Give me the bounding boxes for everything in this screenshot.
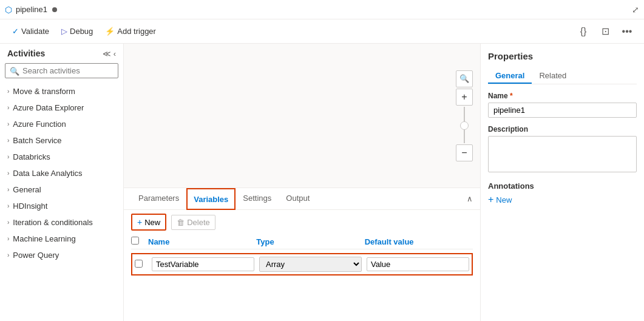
bottom-tabs: Parameters Variables Settings Output ∧	[124, 188, 480, 210]
zoom-in-icon: +	[461, 92, 467, 103]
search-icon: 🔍	[10, 66, 19, 75]
chevron-icon: ›	[7, 104, 9, 111]
canvas-zoom-in-button[interactable]: +	[456, 89, 473, 106]
new-variable-button[interactable]: + New	[131, 214, 166, 231]
tab-general[interactable]: General	[488, 69, 532, 84]
annotations-title: Annotations	[488, 181, 637, 191]
delete-icon: 🗑	[177, 218, 185, 227]
expand-icon[interactable]: ⤢	[632, 5, 639, 15]
sidebar-item-general[interactable]: › General	[0, 181, 123, 198]
col-header-default: Default value	[365, 237, 473, 246]
tab-output[interactable]: Output	[279, 188, 317, 210]
chevron-icon: ›	[7, 121, 9, 127]
chevron-icon: ›	[7, 235, 9, 242]
description-textarea[interactable]	[488, 136, 637, 172]
tab-settings[interactable]: Settings	[236, 188, 279, 210]
delete-variable-button[interactable]: 🗑 Delete	[171, 215, 215, 230]
activities-sidebar: Activities ≪ ‹ 🔍 › Move & transform › Az…	[0, 44, 124, 321]
properties-tabs: General Related	[488, 69, 637, 84]
debug-button[interactable]: ▷ Debug	[56, 24, 98, 38]
add-trigger-button[interactable]: ⚡ Add trigger	[100, 24, 161, 38]
new-annotation-button[interactable]: + New	[488, 194, 637, 205]
plus-icon: +	[137, 217, 142, 227]
sidebar-item-data-lake[interactable]: › Data Lake Analytics	[0, 165, 123, 181]
chevron-icon: ›	[7, 88, 9, 95]
zoom-out-icon: −	[461, 147, 467, 158]
title-bar: ⬡ pipeline1 ⤢	[0, 0, 644, 19]
more-icon: •••	[622, 26, 632, 37]
toolbar: ✓ Validate ▷ Debug ⚡ Add trigger {} ⊡ ••…	[0, 19, 644, 44]
sidebar-item-azure-data-explorer[interactable]: › Azure Data Explorer	[0, 100, 123, 116]
col-header-type: Type	[256, 237, 364, 246]
required-indicator: *	[510, 92, 513, 100]
pipeline-name: pipeline1	[16, 5, 47, 14]
chevron-icon: ›	[7, 203, 9, 209]
trigger-icon: ⚡	[105, 27, 115, 36]
canvas-search-button[interactable]: 🔍	[456, 70, 473, 87]
validate-button[interactable]: ✓ Validate	[7, 24, 54, 38]
sidebar-item-azure-function[interactable]: › Azure Function	[0, 116, 123, 132]
app-icon: ⬡	[5, 5, 12, 15]
code-icon: {}	[580, 26, 587, 37]
variable-default-input[interactable]	[367, 257, 469, 271]
pipeline-canvas[interactable]: 🔍 + −	[124, 44, 480, 188]
table-row: String Boolean Integer Array	[131, 253, 473, 275]
description-label: Description	[488, 125, 637, 133]
monitor-icon: ⊡	[602, 25, 609, 37]
bottom-toolbar: + New 🗑 Delete	[124, 210, 480, 234]
sidebar-item-databricks[interactable]: › Databricks	[0, 149, 123, 165]
canvas-controls: 🔍 + −	[456, 70, 473, 161]
variables-table: Name Type Default value Str	[124, 234, 480, 275]
sidebar-collapse-icon[interactable]: ≪	[103, 49, 111, 58]
sidebar-item-power-query[interactable]: › Power Query	[0, 247, 123, 263]
canvas-search-icon: 🔍	[459, 74, 469, 83]
chevron-icon: ›	[7, 219, 9, 226]
row-checkbox[interactable]	[135, 260, 143, 268]
table-header: Name Type Default value	[131, 234, 473, 249]
chevron-icon: ›	[7, 154, 9, 160]
variable-type-select[interactable]: String Boolean Integer Array	[259, 257, 362, 272]
canvas-zoom-slider[interactable]	[464, 107, 465, 143]
sidebar-item-iteration[interactable]: › Iteration & conditionals	[0, 214, 123, 231]
select-all-checkbox[interactable]	[131, 237, 139, 245]
chevron-icon: ›	[7, 137, 9, 144]
chevron-icon: ›	[7, 186, 9, 193]
code-view-button[interactable]: {}	[574, 22, 593, 41]
main-content: Activities ≪ ‹ 🔍 › Move & transform › Az…	[0, 44, 644, 321]
properties-panel: Properties General Related Name * Descri…	[480, 44, 644, 321]
tab-related[interactable]: Related	[532, 69, 574, 84]
properties-title: Properties	[488, 51, 637, 61]
sidebar-item-hdinsight[interactable]: › HDInsight	[0, 198, 123, 214]
validate-icon: ✓	[12, 27, 19, 36]
annotations-section: Annotations + New	[488, 181, 637, 205]
tab-variables[interactable]: Variables	[186, 188, 236, 210]
unsaved-dot	[52, 7, 57, 12]
chevron-icon: ›	[7, 170, 9, 177]
annotation-plus-icon: +	[488, 194, 493, 205]
variable-name-input[interactable]	[152, 257, 254, 271]
sidebar-item-machine-learning[interactable]: › Machine Learning	[0, 231, 123, 247]
search-activities-input[interactable]	[5, 63, 118, 78]
sidebar-item-batch-service[interactable]: › Batch Service	[0, 132, 123, 149]
tab-parameters[interactable]: Parameters	[131, 188, 186, 210]
name-field-label: Name *	[488, 92, 637, 100]
pipeline-name-input[interactable]	[488, 103, 637, 118]
canvas-zoom-out-button[interactable]: −	[456, 144, 473, 161]
more-options-button[interactable]: •••	[617, 22, 637, 41]
debug-icon: ▷	[61, 27, 67, 36]
sidebar-title: Activities	[7, 49, 45, 58]
sidebar-item-move-transform[interactable]: › Move & transform	[0, 83, 123, 100]
bottom-panel: Parameters Variables Settings Output ∧	[124, 188, 480, 321]
bottom-collapse-button[interactable]: ∧	[467, 194, 473, 203]
chevron-icon: ›	[7, 252, 9, 258]
sidebar-mini-collapse-icon[interactable]: ‹	[114, 49, 116, 58]
col-header-name: Name	[148, 237, 256, 246]
monitor-button[interactable]: ⊡	[595, 22, 615, 41]
